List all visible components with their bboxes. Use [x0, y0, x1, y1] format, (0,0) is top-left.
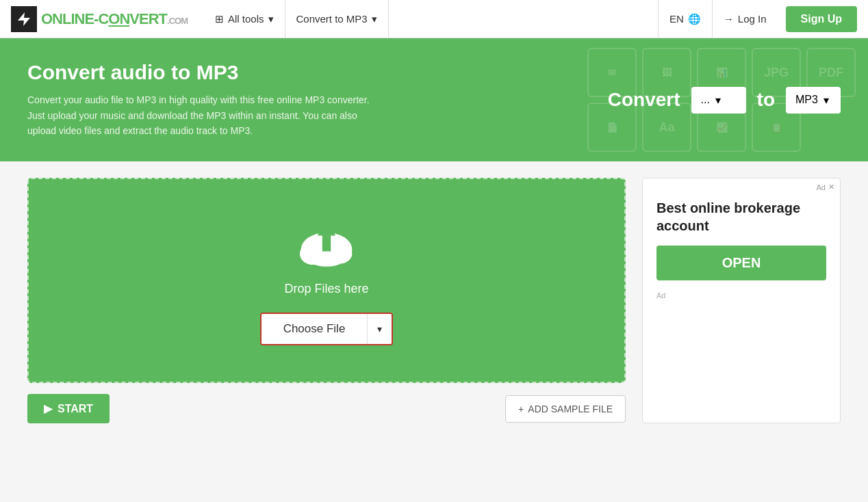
- choose-file-dropdown-chevron: ▾: [377, 323, 382, 334]
- ad-footer-label: Ad: [656, 291, 826, 300]
- logo-text: ONLINE-CONVERT.COM: [41, 10, 188, 28]
- choose-file-wrapper: Choose File ▾: [260, 313, 394, 345]
- all-tools-button[interactable]: ⊞ All tools ▾: [204, 0, 285, 38]
- hero-convert-label: Convert: [608, 89, 680, 111]
- ad-badge: Ad ✕: [817, 183, 834, 191]
- grid-icon: ⊞: [215, 13, 224, 25]
- ad-open-label: OPEN: [722, 255, 761, 270]
- svg-point-2: [328, 243, 353, 263]
- all-tools-chevron-icon: ▾: [268, 13, 274, 25]
- logo-text-main: ONLINE-CONVERT: [41, 10, 167, 27]
- signup-button[interactable]: Sign Up: [786, 6, 857, 32]
- hero-right: Convert ... ▾ to MP3 ▾: [608, 87, 841, 114]
- source-format-chevron: ▾: [715, 94, 721, 107]
- convert-chevron-icon: ▾: [372, 13, 377, 25]
- globe-icon: 🌐: [688, 13, 701, 25]
- target-format-chevron: ▾: [824, 94, 829, 107]
- choose-file-dropdown-button[interactable]: ▾: [368, 314, 392, 344]
- upload-icon: [296, 216, 357, 271]
- upload-box[interactable]: Drop Files here Choose File ▾: [27, 178, 626, 383]
- convert-to-mp3-button[interactable]: Convert to MP3 ▾: [285, 0, 389, 38]
- logo: ONLINE-CONVERT.COM: [11, 6, 188, 32]
- start-button[interactable]: ▶ START: [27, 394, 110, 423]
- hero-left: Convert audio to MP3 Convert your audio …: [27, 61, 383, 138]
- hero-to-label: to: [757, 89, 775, 111]
- ad-open-button[interactable]: OPEN: [656, 246, 826, 280]
- target-format-value: MP3: [795, 94, 818, 106]
- ad-box: Ad ✕ Best online brokerage account OPEN …: [642, 178, 841, 423]
- ad-title: Best online brokerage account: [656, 199, 826, 235]
- navbar: ONLINE-CONVERT.COM ⊞ All tools ▾ Convert…: [0, 0, 868, 38]
- login-arrow-icon: →: [724, 13, 734, 25]
- add-sample-label: ADD SAMPLE FILE: [528, 404, 613, 414]
- action-row: ▶ START + ADD SAMPLE FILE: [27, 394, 626, 423]
- add-icon: +: [518, 404, 524, 414]
- start-label: START: [58, 403, 93, 415]
- choose-file-button[interactable]: Choose File: [261, 314, 368, 344]
- drop-files-text: Drop Files here: [284, 282, 368, 296]
- target-format-select[interactable]: MP3 ▾: [786, 87, 841, 114]
- ad-text: Ad: [817, 183, 826, 191]
- lang-label: EN: [669, 13, 684, 25]
- source-format-select[interactable]: ... ▾: [691, 87, 746, 114]
- choose-file-label: Choose File: [283, 322, 346, 335]
- language-button[interactable]: EN 🌐: [658, 0, 712, 38]
- main-content: Drop Files here Choose File ▾ ▶ START + …: [0, 161, 868, 440]
- ad-close-icon[interactable]: ✕: [828, 183, 834, 191]
- hero-section: Convert audio to MP3 Convert your audio …: [0, 38, 868, 161]
- login-label: Log In: [738, 13, 767, 25]
- login-button[interactable]: → Log In: [712, 0, 778, 38]
- hero-title: Convert audio to MP3: [27, 61, 383, 84]
- logo-suffix: .COM: [167, 16, 188, 26]
- add-sample-button[interactable]: + ADD SAMPLE FILE: [505, 395, 626, 423]
- start-chevron-icon: ▶: [44, 402, 52, 415]
- all-tools-label: All tools: [228, 13, 264, 25]
- hero-description: Convert your audio file to MP3 in high q…: [27, 92, 383, 138]
- signup-label: Sign Up: [801, 13, 842, 25]
- upload-section: Drop Files here Choose File ▾ ▶ START + …: [27, 178, 626, 423]
- logo-icon: [11, 6, 37, 32]
- source-format-value: ...: [701, 94, 710, 106]
- convert-to-mp3-label: Convert to MP3: [296, 13, 368, 25]
